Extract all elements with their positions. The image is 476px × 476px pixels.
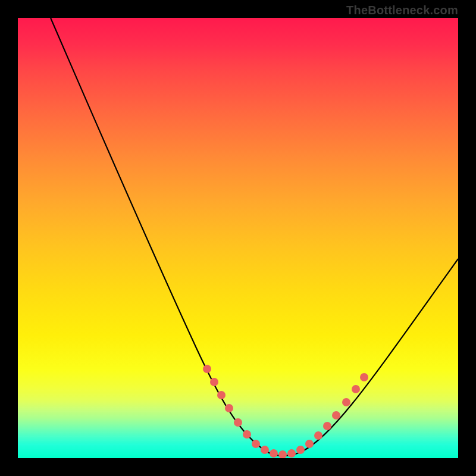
svg-point-18: [360, 373, 368, 381]
svg-point-15: [332, 411, 340, 419]
svg-point-2: [217, 391, 226, 399]
svg-point-0: [203, 365, 211, 373]
svg-point-6: [252, 440, 260, 448]
svg-point-8: [270, 449, 278, 458]
chart-frame: TheBottleneck.com: [0, 0, 476, 476]
svg-point-7: [261, 446, 269, 454]
svg-point-17: [352, 385, 360, 393]
svg-point-12: [305, 440, 314, 448]
svg-point-4: [234, 418, 242, 427]
bottleneck-curve: [51, 18, 458, 456]
svg-point-3: [225, 404, 233, 412]
svg-point-10: [287, 449, 296, 458]
attribution-text: TheBottleneck.com: [346, 4, 458, 17]
plot-area: [18, 18, 458, 458]
curve-layer: [18, 18, 458, 458]
svg-point-11: [296, 446, 305, 454]
svg-point-1: [210, 378, 218, 386]
svg-point-9: [278, 450, 287, 458]
highlight-markers: [203, 365, 368, 458]
svg-point-16: [342, 398, 350, 406]
svg-point-13: [314, 431, 322, 440]
svg-point-5: [243, 430, 251, 439]
svg-point-14: [323, 422, 331, 430]
